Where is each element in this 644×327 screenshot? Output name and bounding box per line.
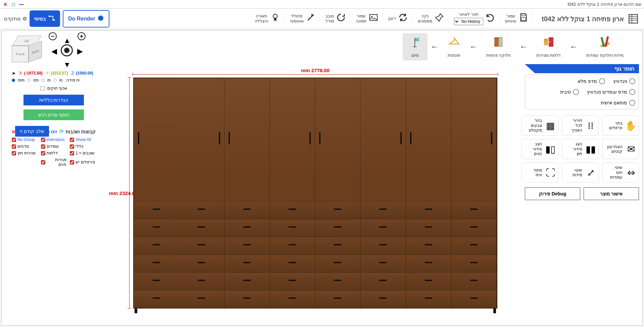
refresh-button[interactable]: רענן [385,11,412,26]
window-maximize-icon[interactable]: □ [11,2,16,7]
select-hardware-button[interactable]: ✋בחר פרזולים [602,115,639,136]
chk-hardware[interactable] [70,160,74,165]
debug-breakdown-button[interactable]: Debug פירוק [525,187,580,200]
unit-cm[interactable]: cm [33,78,39,83]
chk-inner-drawers[interactable] [41,160,45,165]
svg-rect-16 [544,39,548,40]
width-dimension: 2778.00 mm [301,67,330,73]
radio-custom[interactable]: מותאם אישית [601,100,635,106]
change-dims-button[interactable]: ⤢שינוי מידות [562,162,599,183]
inner-arrange-button[interactable]: ▯▮הצג סידור פנים [522,139,558,159]
stretch-button[interactable]: ⛶מתח והזז [522,162,558,183]
radio-mdf-sandwich[interactable]: מדפ עומדים סנדוויץ [587,89,635,95]
width-dimension-line [133,74,498,75]
outer-arrange-button[interactable]: ▮▮הצג סידור חוץ [562,139,599,159]
save-image-button[interactable]: שמור תמונה [352,11,382,26]
zoom-out-button[interactable]: − [49,32,57,40]
chk-shelves[interactable] [12,144,16,149]
magic-wand-icon [306,12,316,25]
add-purchase-item-button[interactable]: הוסף פריט רכש [23,109,84,120]
radio-sandwich[interactable]: סנדוויץ [613,78,635,84]
rotate-model-button[interactable]: סובב מודל [322,11,350,26]
chevron-left-icon: ← [519,42,528,51]
unit-mm[interactable]: mm [18,78,24,83]
refresh-groups-icon[interactable]: ⟳ [59,128,64,135]
zoom-in-button[interactable]: + [78,32,86,40]
chevron-left-icon: ← [431,42,439,51]
undo-button[interactable]: חזור לאחור No History [451,11,499,26]
svg-rect-20 [499,38,502,46]
unit-in[interactable]: in [59,78,62,83]
general-settings-button[interactable]: הגדרות כלליות [23,95,84,105]
height-dimension-line [129,78,130,309]
chk-doors[interactable] [41,151,45,155]
basic-mode-button[interactable]: בסיסי [30,10,60,27]
pan-up-button[interactable]: ▲ [63,36,71,45]
refresh-label: רענן [388,16,396,21]
auto-generator-button[interactable]: מחולל אוטומטי [287,11,319,26]
advanced-mode-button[interactable]: ⚙ מתקדם [4,16,27,22]
gear-icon: ⚙ [22,16,27,22]
svg-point-22 [413,46,417,47]
step4-label: תוספות [448,53,460,58]
chk-no-group[interactable] [12,138,16,142]
viewport-3d[interactable]: 2778.00 mm 2324.00 mm [112,67,518,319]
step-doors-drawers[interactable]: דלתות ומגירות [531,33,566,60]
step-additions[interactable]: תוספות [442,33,466,60]
step-dimensions[interactable]: מידות וחלוקת עמודות [581,33,629,60]
save-image-label: שמור תמונה [356,14,366,24]
cabinet-model[interactable] [133,78,497,309]
pan-left-button[interactable]: ◀ [51,47,57,56]
refresh-icon [398,12,408,25]
save-changes-button[interactable]: שמור שינויים [502,11,532,26]
clear-markers-button[interactable]: נקה מסומנים [414,11,448,26]
column-ratio-button[interactable]: ⇔שינוי יחס עמודות [602,162,639,183]
svg-rect-17 [544,41,548,42]
chk-general[interactable] [70,144,74,149]
cube-front-face[interactable]: Front [12,46,29,62]
pan-down-button[interactable]: ▼ [63,60,71,69]
title-bar: ✕ □ — t042 שם הדגם-ארון פתיחה 1 צוקל ללא [0,0,644,9]
svg-rect-6 [522,17,526,20]
step-finish[interactable]: סיום [403,33,427,60]
hand-icon: ✋ [625,120,637,131]
unit-m[interactable]: m [47,78,51,83]
locator-icon: ➤ [12,71,16,76]
flow-icon [48,14,55,23]
window-close-icon[interactable]: ✕ [3,2,8,7]
product-icon [627,12,640,26]
focus-icon: ⛶ [545,167,556,178]
pan-center-button[interactable] [61,44,73,56]
lighting-button[interactable]: תאורה והצללה [251,11,284,26]
nav-cube[interactable]: Up Front Side [12,36,42,66]
show-edges-button[interactable]: ✉הצג/רענן קנטים [602,139,639,159]
chk-shelves1[interactable] [70,151,74,155]
approve-product-button[interactable]: אישור מוצר [584,187,639,200]
lighting-label: תאורה והצללה [255,14,268,24]
save-icon [518,12,529,25]
chk-show-all[interactable] [70,138,74,142]
chk-dimensions[interactable] [41,138,45,142]
catalog-colors-button[interactable]: ▦בחר צבעים מקטלוג [522,115,558,136]
drill-full-button[interactable]: ⁞⁞חירור לכל האורך [562,115,599,136]
window-minimize-icon[interactable]: — [19,2,24,7]
svg-point-14 [549,42,550,43]
history-select[interactable]: No History [454,18,483,25]
step5-label: סיום [411,53,419,58]
radio-fiber[interactable]: סיבית [560,89,579,95]
coordinates-display: ➤ X: (-1972.68) Y: (3313.57) Z: (1000.00… [12,71,96,76]
image-icon [368,12,379,25]
door-icon [542,35,555,52]
pan-right-button[interactable]: ▶ [77,47,83,56]
step-internal[interactable]: חלוקה פנימית [481,33,516,60]
radio-full-mdf[interactable]: מדפ מלא [578,78,605,84]
prev-step-button[interactable]: < שלב קודם [15,126,49,137]
do-render-button[interactable]: Do Render [63,10,109,28]
layer-checkboxes: Show All imensions No Group כללי עומדים … [12,137,96,167]
chk-columns[interactable] [41,144,45,149]
enforce-rules-checkbox[interactable] [40,86,45,91]
closet-open-icon: ▯▮ [545,144,556,155]
chk-outer-drawers[interactable] [12,151,16,155]
step1-label: מידות וחלוקת עמודות [586,53,624,58]
unit-selector: יח מידה: in m cm mm [12,78,96,83]
